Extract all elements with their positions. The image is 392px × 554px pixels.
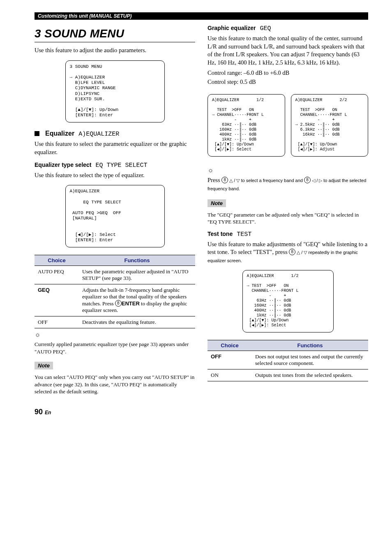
button-number-icon: 8 xyxy=(289,249,295,255)
geq-heading: Graphic equalizer GEQ xyxy=(208,25,368,32)
test-tone-heading: Test tone TEST xyxy=(208,231,368,238)
choice-cell: OFF xyxy=(35,316,79,328)
lcd-eqtype: A)EQUALIZER EQ TYPE SELECT AUTO PEQ >GEQ… xyxy=(65,185,165,247)
note-label: Note xyxy=(208,199,226,207)
tip-icon: ☼ xyxy=(208,166,368,174)
eqtype-table: Choice Functions AUTO PEQ Uses the param… xyxy=(35,255,195,328)
control-range: Control range: –6.0 dB to +6.0 dB xyxy=(208,69,368,77)
button-number-icon: 8 xyxy=(221,177,228,183)
button-number-icon: 8 xyxy=(115,300,122,307)
control-step: Control step: 0.5 dB xyxy=(208,78,368,86)
page-number-value: 90 xyxy=(35,408,43,416)
tip-text: Currently applied parametric equalizer t… xyxy=(35,341,195,355)
function-cell: Uses the parametric equalizer adjusted i… xyxy=(79,266,195,284)
geq-desc: Use this feature to match the tonal qual… xyxy=(208,35,368,67)
function-cell: Adjusts the built-in 7-frequency band gr… xyxy=(79,284,195,316)
function-cell: Deactivates the equalizing feature. xyxy=(79,316,195,328)
table-row: AUTO PEQ Uses the parametric equalizer a… xyxy=(35,266,195,284)
table-header-functions: Functions xyxy=(79,255,195,266)
square-bullet-icon xyxy=(35,131,39,136)
lcd-geq-page1: A)EQUALIZER 1/2 TEST >OFF ON → CHANNEL··… xyxy=(208,94,285,157)
table-row: ON Outputs test tones from the selected … xyxy=(208,369,368,381)
geq-tip: Press 8 △ / ▽ to select a frequency band… xyxy=(208,176,368,192)
right-column: Graphic equalizer GEQ Use this feature t… xyxy=(208,23,368,398)
eqtype-heading-text: Equalizer type select xyxy=(35,162,92,168)
title-divider xyxy=(35,42,195,42)
left-column: 3 SOUND MENU Use this feature to adjust … xyxy=(35,23,195,398)
lcd-test: A)EQUALIZER 1/2 → TEST >OFF ON CHANNEL··… xyxy=(242,270,334,332)
choice-cell: ON xyxy=(208,369,252,381)
function-cell: Outputs test tones from the selected spe… xyxy=(252,369,368,381)
tip-pre: Press xyxy=(208,177,221,183)
equalizer-heading-lcd: A)EQUALIZER xyxy=(78,131,119,138)
equalizer-desc: Use this feature to select the parametri… xyxy=(35,140,195,156)
enter-label: ENTER xyxy=(122,300,140,307)
table-header-choice: Choice xyxy=(35,255,79,266)
sound-menu-intro: Use this feature to adjust the audio par… xyxy=(35,46,195,55)
updown-arrows: △ / ▽ to select a frequency band and xyxy=(228,178,304,183)
page-number: 90 En xyxy=(35,408,368,416)
section-header-bar: Customizing this unit (MANUAL SETUP) xyxy=(35,12,368,20)
lcd-geq-page2: A)EQUALIZER 2/2 TEST >OFF ON CHANNEL····… xyxy=(291,94,369,157)
function-cell: Does not output test tones and output th… xyxy=(252,351,368,369)
test-tone-desc: Use this feature to make adjustments of … xyxy=(208,240,368,265)
eqtype-desc: Use this feature to select the type of e… xyxy=(35,171,195,180)
table-header-functions: Functions xyxy=(252,340,368,351)
geq-heading-text: Graphic equalizer xyxy=(208,25,256,31)
choice-cell: GEQ xyxy=(35,284,79,316)
lcd-sound-menu: 3 SOUND MENU → A)EQUALIZER B)LFE LEVEL C… xyxy=(65,60,165,123)
eqtype-heading-lcd: EQ TYPE SELECT xyxy=(96,162,148,169)
table-header-choice: Choice xyxy=(208,340,252,351)
choice-cell: AUTO PEQ xyxy=(35,266,79,284)
page-lang: En xyxy=(45,410,51,416)
tip-icon: ☼ xyxy=(35,331,195,338)
test-tone-table: Choice Functions OFF Does not output tes… xyxy=(208,340,368,381)
note-text: You can select "AUTO PEQ" only when you … xyxy=(35,374,195,395)
table-row: GEQ Adjusts the built-in 7-frequency ban… xyxy=(35,284,195,316)
eqtype-heading: Equalizer type select EQ TYPE SELECT xyxy=(35,162,195,169)
note-text: The "GEQ" parameter can be adjusted only… xyxy=(208,211,368,226)
test-tone-heading-text: Test tone xyxy=(208,231,233,237)
choice-cell: OFF xyxy=(208,351,252,369)
note-label: Note xyxy=(35,362,53,369)
table-row: OFF Does not output test tones and outpu… xyxy=(208,351,368,369)
button-number-icon: 8 xyxy=(304,177,311,183)
sound-menu-title: 3 SOUND MENU xyxy=(35,27,195,40)
table-row: OFF Deactivates the equalizing feature. xyxy=(35,316,195,328)
equalizer-heading: Equalizer A)EQUALIZER xyxy=(35,130,195,138)
equalizer-heading-text: Equalizer xyxy=(45,130,74,137)
test-tone-heading-lcd: TEST xyxy=(237,231,251,238)
geq-heading-lcd: GEQ xyxy=(260,25,271,32)
